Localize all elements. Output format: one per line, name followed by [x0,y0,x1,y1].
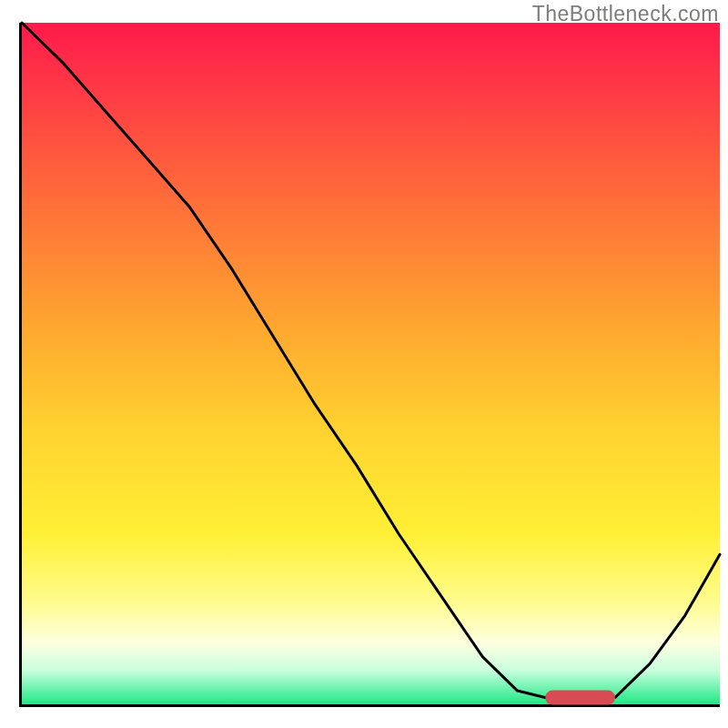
plot-area [19,23,720,707]
chart-canvas: TheBottleneck.com [0,0,728,728]
bottleneck-curve [22,23,720,698]
plot-overlay [22,23,720,704]
optimum-marker [545,691,615,705]
